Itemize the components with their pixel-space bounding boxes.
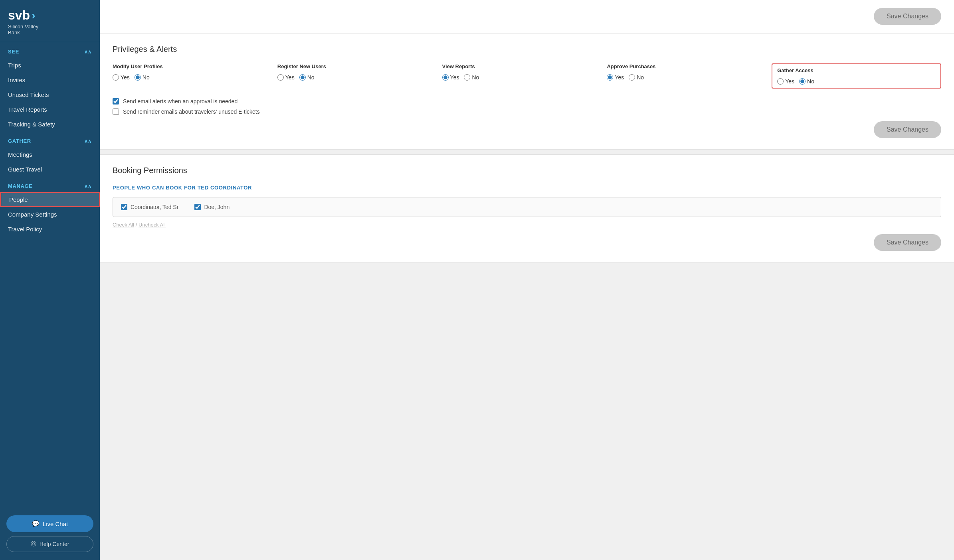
chat-icon: 💬 xyxy=(32,520,40,527)
brand-logo: svb › xyxy=(8,8,92,23)
brand-subtitle: Silicon Valley Bank xyxy=(8,24,92,35)
approve-yes-radio[interactable] xyxy=(607,74,613,81)
reminder-emails-label[interactable]: Send reminder emails about travelers' un… xyxy=(123,108,260,115)
modify-yes-radio[interactable] xyxy=(113,74,119,81)
sidebar-item-company-settings[interactable]: Company Settings xyxy=(0,207,100,222)
brand-arrow: › xyxy=(32,9,35,22)
checkbox-reminder-emails-row: Send reminder emails about travelers' un… xyxy=(113,108,941,115)
sidebar-item-guest-travel[interactable]: Guest Travel xyxy=(0,162,100,177)
section-header-see[interactable]: SEE ∧ xyxy=(0,42,100,58)
sidebar: svb › Silicon Valley Bank SEE ∧ Trips In… xyxy=(0,0,100,560)
chevron-see-icon: ∧ xyxy=(84,49,92,55)
top-save-button[interactable]: Save Changes xyxy=(874,8,941,25)
privileges-save-button[interactable]: Save Changes xyxy=(874,121,941,138)
main-content: Save Changes Privileges & Alerts Modify … xyxy=(100,0,954,560)
person-doe-checkbox[interactable] xyxy=(194,204,201,210)
privilege-register-label: Register New Users xyxy=(277,63,436,69)
approve-yes-option[interactable]: Yes xyxy=(607,74,624,81)
check-all-row: Check All / Uncheck All xyxy=(113,222,941,228)
register-no-radio[interactable] xyxy=(299,74,306,81)
brand-name: svb xyxy=(8,8,30,23)
email-alerts-checkbox[interactable] xyxy=(113,98,119,105)
privileges-section: Privileges & Alerts Modify User Profiles… xyxy=(100,33,954,150)
privilege-approve-purchases: Approve Purchases Yes No xyxy=(607,63,772,89)
checkbox-email-alerts-row: Send email alerts when an approval is ne… xyxy=(113,98,941,105)
chevron-manage-icon: ∧ xyxy=(84,183,92,189)
check-all-link[interactable]: Check All xyxy=(113,222,134,228)
person-coordinator-label[interactable]: Coordinator, Ted Sr xyxy=(131,204,178,210)
view-yes-radio[interactable] xyxy=(442,74,449,81)
privilege-modify-label: Modify User Profiles xyxy=(113,63,271,69)
reminder-emails-checkbox[interactable] xyxy=(113,108,119,115)
sidebar-item-invites[interactable]: Invites xyxy=(0,73,100,87)
view-yes-option[interactable]: Yes xyxy=(442,74,459,81)
modify-no-option[interactable]: No xyxy=(135,74,150,81)
approve-no-option[interactable]: No xyxy=(629,74,644,81)
privileges-save-row: Save Changes xyxy=(113,121,941,138)
privilege-modify-user-profiles: Modify User Profiles Yes No xyxy=(113,63,277,89)
booking-save-button[interactable]: Save Changes xyxy=(874,234,941,251)
uncheck-all-link[interactable]: Uncheck All xyxy=(139,222,166,228)
gather-no-radio[interactable] xyxy=(799,78,806,85)
email-alerts-label[interactable]: Send email alerts when an approval is ne… xyxy=(123,98,238,105)
privilege-gather-label: Gather Access xyxy=(777,67,936,73)
section-header-gather[interactable]: GATHER ∧ xyxy=(0,132,100,147)
sidebar-bottom: 💬 Live Chat ⓪ Help Center xyxy=(0,509,100,560)
privilege-register-radios: Yes No xyxy=(277,74,436,81)
booking-subtitle: PEOPLE WHO CAN BOOK FOR TED COORDINATOR xyxy=(113,185,941,191)
privileges-grid: Modify User Profiles Yes No Register New… xyxy=(113,63,941,89)
view-no-option[interactable]: No xyxy=(464,74,479,81)
modify-yes-option[interactable]: Yes xyxy=(113,74,130,81)
privilege-gather-access: Gather Access Yes No xyxy=(772,63,941,89)
sidebar-item-travel-reports[interactable]: Travel Reports xyxy=(0,102,100,117)
gather-yes-radio[interactable] xyxy=(777,78,784,85)
person-coordinator-checkbox[interactable] xyxy=(121,204,127,210)
sidebar-item-tracking-safety[interactable]: Tracking & Safety xyxy=(0,117,100,132)
booking-save-row: Save Changes xyxy=(113,234,941,251)
person-doe-label[interactable]: Doe, John xyxy=(204,204,230,210)
top-save-section: Save Changes xyxy=(100,0,954,33)
booking-person-coordinator: Coordinator, Ted Sr xyxy=(121,204,178,210)
sidebar-item-unused-tickets[interactable]: Unused Tickets xyxy=(0,87,100,102)
sidebar-item-trips[interactable]: Trips xyxy=(0,58,100,73)
nav-section-gather: GATHER ∧ Meetings Guest Travel xyxy=(0,132,100,177)
privilege-approve-label: Approve Purchases xyxy=(607,63,765,69)
privilege-approve-radios: Yes No xyxy=(607,74,765,81)
register-yes-radio[interactable] xyxy=(277,74,284,81)
modify-no-radio[interactable] xyxy=(135,74,141,81)
privilege-register-new-users: Register New Users Yes No xyxy=(277,63,442,89)
section-header-manage[interactable]: MANAGE ∧ xyxy=(0,177,100,192)
booking-people-list: Coordinator, Ted Sr Doe, John xyxy=(113,197,941,217)
help-icon: ⓪ xyxy=(31,540,36,548)
register-yes-option[interactable]: Yes xyxy=(277,74,295,81)
booking-section: Booking Permissions PEOPLE WHO CAN BOOK … xyxy=(100,154,954,262)
gather-no-option[interactable]: No xyxy=(799,78,814,85)
logo-area: svb › Silicon Valley Bank xyxy=(0,0,100,42)
help-center-button[interactable]: ⓪ Help Center xyxy=(6,536,93,552)
gather-yes-option[interactable]: Yes xyxy=(777,78,794,85)
approve-no-radio[interactable] xyxy=(629,74,635,81)
view-no-radio[interactable] xyxy=(464,74,470,81)
nav-section-manage: MANAGE ∧ People Company Settings Travel … xyxy=(0,177,100,237)
chevron-gather-icon: ∧ xyxy=(84,138,92,144)
sidebar-item-people[interactable]: People xyxy=(0,192,100,207)
privilege-view-reports: View Reports Yes No xyxy=(442,63,607,89)
privilege-view-radios: Yes No xyxy=(442,74,601,81)
privilege-gather-radios: Yes No xyxy=(777,78,936,85)
privilege-view-label: View Reports xyxy=(442,63,601,69)
register-no-option[interactable]: No xyxy=(299,74,315,81)
privilege-modify-radios: Yes No xyxy=(113,74,271,81)
booking-person-doe: Doe, John xyxy=(194,204,230,210)
live-chat-button[interactable]: 💬 Live Chat xyxy=(6,515,93,532)
booking-title: Booking Permissions xyxy=(113,166,941,175)
privileges-title: Privileges & Alerts xyxy=(113,45,941,54)
sidebar-item-meetings[interactable]: Meetings xyxy=(0,147,100,162)
nav-section-see: SEE ∧ Trips Invites Unused Tickets Trave… xyxy=(0,42,100,132)
sidebar-item-travel-policy[interactable]: Travel Policy xyxy=(0,222,100,237)
